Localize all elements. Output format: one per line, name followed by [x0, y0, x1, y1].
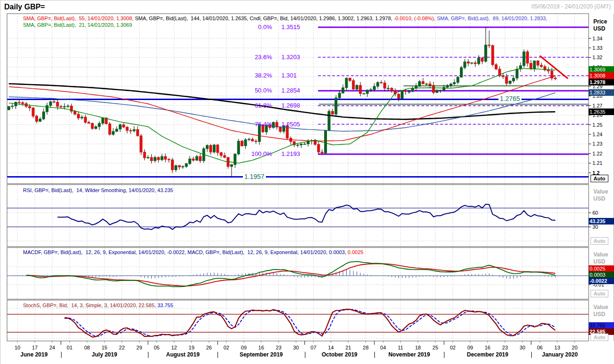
day-tick-label: 19	[189, 345, 194, 350]
candle-body	[171, 160, 173, 170]
price-tick-label: 1.25	[592, 122, 602, 128]
legend-segment: 0.0025	[348, 249, 364, 255]
day-tick-label: 22	[119, 345, 124, 350]
candle-body	[63, 107, 66, 107]
candle-body	[342, 88, 344, 93]
candle-body	[109, 124, 111, 134]
candle-body	[338, 93, 341, 98]
price-tick-label: 1.32	[592, 54, 602, 60]
candle-body	[248, 139, 250, 139]
day-tick-label: 09	[241, 345, 247, 350]
day-tick-label: 01	[67, 345, 72, 350]
candle-body	[491, 46, 494, 65]
candle-body	[147, 157, 149, 158]
month-label: July 2019	[92, 351, 117, 358]
candle-body	[443, 87, 445, 90]
day-tick-label: 30	[520, 345, 525, 350]
day-tick-label: 02	[450, 345, 456, 350]
day-tick-label: 28	[363, 345, 368, 350]
auto-scale-button-main[interactable]: Auto	[591, 175, 608, 182]
month-separator	[374, 352, 375, 358]
fib-value-label: 1.2854	[281, 87, 300, 94]
candle-body	[130, 131, 132, 131]
candle-body	[370, 90, 372, 90]
candle-body	[457, 77, 459, 82]
candle-body	[119, 125, 121, 129]
fib-value-label: 1.3203	[281, 54, 300, 61]
auto-scale-button-macd[interactable]: Auto	[591, 290, 608, 297]
stoch-axis-title: Value	[593, 304, 608, 310]
candle-body	[540, 65, 543, 67]
auto-scale-button-stoch[interactable]: Auto	[591, 333, 608, 341]
day-tick-label: 20	[572, 345, 577, 350]
candle-body	[474, 63, 476, 64]
candle-body	[29, 107, 31, 108]
rsi-axis-currency: USD	[593, 195, 605, 202]
candle-body	[199, 156, 202, 161]
macd-legend: MACDF, GBP=, Bid(Last), 12, 26, 9, Expon…	[23, 249, 364, 255]
day-tick-label: 30	[293, 345, 299, 350]
candle-body	[377, 83, 379, 86]
month-label: August 2019	[166, 351, 199, 358]
candle-body	[220, 153, 222, 155]
candle-body	[161, 156, 163, 160]
candle-body	[154, 157, 156, 161]
candle-body	[189, 159, 191, 163]
price-tick-label: 1.33	[592, 45, 602, 51]
rsi-panel-border[interactable]	[7, 185, 589, 247]
candle-body	[450, 84, 452, 85]
legend-segment: StochS, GBP=, Bid, 14, 3, Simple, 3, 14/…	[23, 302, 157, 308]
candle-body	[178, 165, 180, 167]
day-tick-label: 21	[345, 345, 351, 350]
candle-body	[67, 106, 69, 107]
candle-body	[300, 144, 303, 145]
candle-body	[383, 83, 386, 88]
legend-segment: MACDF, GBP=, Bid(Last), 12, 26, 9, Expon…	[23, 249, 348, 255]
candle-body	[436, 90, 438, 93]
month-label: December 2019	[467, 351, 508, 358]
candle-body	[217, 145, 219, 153]
price-tick-label: 1.34	[592, 36, 602, 41]
candle-body	[408, 92, 410, 92]
candle-body	[352, 80, 355, 89]
candle-body	[182, 167, 184, 167]
macd-axis-currency: USD	[593, 258, 605, 265]
day-tick-label: 18	[415, 345, 420, 350]
candle-body	[390, 88, 393, 91]
candle-body	[335, 98, 337, 114]
candle-body	[157, 157, 160, 160]
candle-body	[471, 63, 473, 63]
day-tick-label: 14	[328, 345, 334, 350]
legend-segment: SMA, GBP=, Bid(Last), 89, 14/01/2020, 1.…	[437, 15, 547, 21]
price-badge: 1.3069	[589, 66, 614, 73]
candle-body	[404, 91, 407, 92]
macd-axis-title: Value	[593, 251, 608, 258]
price-badge: 1.2635	[589, 108, 614, 115]
chart-canvas[interactable]	[0, 0, 614, 364]
candle-body	[8, 107, 10, 110]
candle-body	[206, 146, 209, 149]
fib-value-label: 1.2193	[281, 150, 300, 157]
month-label: September 2019	[240, 351, 283, 358]
month-separator	[531, 352, 532, 358]
fib-value-label: 1.2698	[281, 102, 300, 109]
candle-body	[74, 111, 76, 114]
candle-body	[112, 132, 115, 134]
candle-body	[460, 68, 463, 77]
candle-body	[366, 90, 368, 93]
candle-body	[380, 83, 382, 83]
day-tick-label: 12	[171, 345, 177, 350]
day-tick-label: 16	[258, 345, 264, 350]
day-tick-label: 24	[49, 345, 55, 350]
candle-body	[175, 165, 177, 170]
day-tick-label: 17	[32, 345, 38, 350]
day-tick-label: 23	[276, 345, 281, 350]
auto-scale-button-rsi[interactable]: Auto	[591, 237, 608, 245]
price-axis-currency: USD	[593, 25, 605, 32]
day-tick-label: 04	[380, 345, 386, 350]
candle-body	[516, 69, 518, 78]
day-tick-label: 23	[502, 345, 508, 350]
candle-body	[325, 131, 327, 153]
candle-body	[53, 101, 55, 102]
candle-body	[419, 82, 421, 86]
